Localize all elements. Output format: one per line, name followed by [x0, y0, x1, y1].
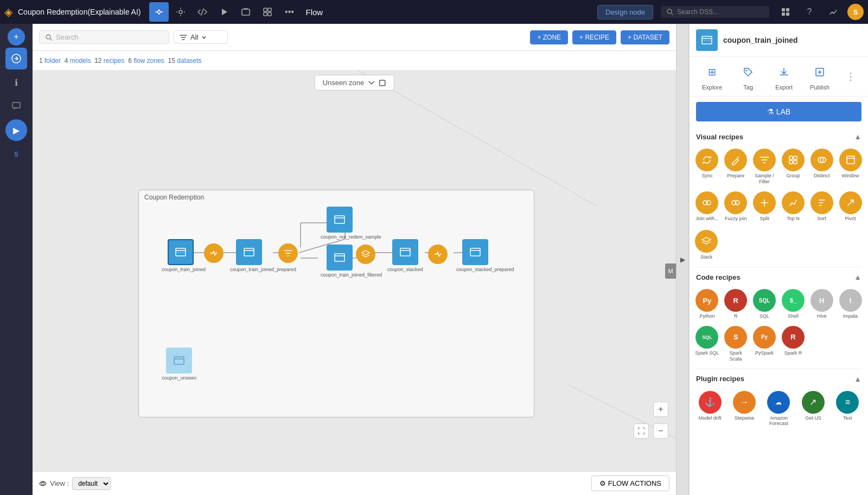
- code-recipe-r[interactable]: R R: [723, 287, 749, 322]
- right-panel-dataset-icon: [696, 29, 718, 51]
- recipe-node-stack[interactable]: [356, 245, 375, 264]
- sidebar-info-button[interactable]: ℹ: [5, 72, 27, 93]
- dataset-node-coupon-stacked[interactable]: coupon_stacked: [387, 239, 423, 272]
- recipe-prepare[interactable]: Prepare: [723, 146, 749, 187]
- filter-value: All: [190, 33, 198, 41]
- code-recipe-python[interactable]: Py Python: [694, 287, 720, 322]
- code-recipe-sql[interactable]: SQL SQL: [751, 287, 778, 322]
- plugin-text[interactable]: ≡ Text: [832, 389, 864, 429]
- design-node-button[interactable]: Design node: [597, 5, 653, 20]
- nav-settings-icon[interactable]: [171, 2, 190, 22]
- top-n-icon: [782, 191, 805, 214]
- recipe-fuzzy-join[interactable]: Fuzzy join: [723, 189, 749, 224]
- add-zone-button[interactable]: + ZONE: [530, 30, 568, 44]
- flow-search-box[interactable]: Search: [39, 30, 169, 44]
- analytics-icon[interactable]: [824, 2, 843, 22]
- recipe-stack[interactable]: Stack: [694, 228, 719, 262]
- grid-icon[interactable]: [776, 2, 795, 22]
- recipe-node-1[interactable]: [204, 243, 224, 263]
- code-recipe-spark-r[interactable]: R Spark R: [780, 324, 806, 364]
- prepare-icon: [724, 149, 747, 171]
- stats-row: 1 folder 4 models 12 recipes 6 flow zone…: [33, 51, 676, 70]
- code-recipe-hive[interactable]: H Hive: [808, 287, 835, 322]
- zoom-in-button[interactable]: +: [653, 402, 668, 417]
- recipe-sample-filter[interactable]: Sample / Filter: [751, 146, 778, 187]
- dataset-node-coupon-unseen[interactable]: coupon_unseen: [162, 348, 196, 381]
- nav-jobs-icon[interactable]: [236, 2, 256, 22]
- code-recipes-collapse[interactable]: ▲: [854, 273, 861, 281]
- add-recipe-button[interactable]: + RECIPE: [572, 30, 616, 44]
- zoom-out-button[interactable]: −: [653, 423, 668, 439]
- action-publish[interactable]: Publish: [810, 62, 829, 91]
- panel-nav-arrow[interactable]: ▶: [676, 24, 689, 495]
- plugin-stepwise[interactable]: → Stepwise: [728, 389, 760, 429]
- svg-rect-3: [268, 8, 271, 11]
- svg-point-6: [667, 9, 672, 14]
- sidebar-flow-button[interactable]: [5, 48, 27, 69]
- plugin-recipes-section: Plugin recipes ▲: [690, 369, 868, 387]
- code-recipe-spark-sql[interactable]: SQL Spark SQL: [694, 324, 720, 364]
- nav-dashboard-icon[interactable]: [258, 2, 277, 22]
- recipe-window[interactable]: Window: [837, 146, 864, 187]
- recipe-node-prepare-2[interactable]: [428, 245, 448, 264]
- recipe-join[interactable]: Join with...: [694, 189, 720, 224]
- visual-recipes-collapse[interactable]: ▲: [854, 132, 861, 141]
- flow-actions-button[interactable]: ⚙ FLOW ACTIONS: [591, 475, 669, 491]
- project-title: Coupon Redemption(Explainable AI): [18, 8, 141, 16]
- right-panel-dataset-name: coupon_train_joined: [723, 36, 798, 44]
- svg-rect-4: [264, 12, 267, 16]
- dataset-node-coupon-train-filtered[interactable]: coupon_train_joined_filtered: [321, 245, 359, 278]
- more-actions-button[interactable]: ⋮: [846, 70, 856, 82]
- svg-point-38: [746, 70, 748, 72]
- group-icon: [782, 149, 805, 171]
- view-select[interactable]: View : default: [39, 477, 111, 490]
- plugin-recipes-collapse[interactable]: ▲: [854, 375, 861, 383]
- recipe-pivot[interactable]: Pivot: [837, 189, 864, 224]
- view-dropdown[interactable]: default: [72, 477, 111, 490]
- stack-icon: [695, 230, 718, 253]
- dataset-node-coupon-not-redem[interactable]: coupon_not_redem_sample: [321, 207, 359, 240]
- code-recipe-impala[interactable]: I Impala: [837, 287, 864, 322]
- sql-icon: SQL: [753, 289, 776, 312]
- action-export[interactable]: Export: [774, 62, 794, 91]
- nav-more-icon[interactable]: •••: [279, 2, 299, 22]
- dataset-node-coupon-train-joined-prepared[interactable]: coupon_train_joined_prepared: [230, 239, 268, 272]
- nav-run-icon[interactable]: [214, 2, 234, 22]
- recipe-top-n[interactable]: Top N: [780, 189, 806, 224]
- nav-flow-icon[interactable]: [149, 2, 169, 22]
- dataset-node-coupon-stacked-prepared[interactable]: coupon_stacked_prepared: [456, 239, 494, 272]
- zoom-controls: +: [653, 402, 668, 417]
- spark-scala-icon: S: [724, 326, 747, 349]
- m-side-badge[interactable]: M: [665, 263, 676, 279]
- lab-button[interactable]: ⚗ LAB: [696, 102, 861, 121]
- sidebar-comment-button[interactable]: [5, 95, 27, 117]
- top-search-box[interactable]: Search DSS...: [661, 6, 769, 18]
- recipe-split[interactable]: Split: [751, 189, 778, 224]
- recipe-distinct[interactable]: Distinct: [808, 146, 835, 187]
- plugin-get-us[interactable]: ↗ Get US: [797, 389, 829, 429]
- help-icon[interactable]: ?: [800, 2, 819, 22]
- flow-area: Search All + ZONE + RECIPE + DATASET 1 f…: [33, 24, 676, 495]
- dataset-node-coupon-train-joined[interactable]: coupon_train_joined: [162, 239, 200, 272]
- plugin-model-drift[interactable]: ⚓ Model drift: [694, 389, 726, 429]
- action-tag[interactable]: Tag: [738, 62, 758, 91]
- plugin-amazon[interactable]: ☁ Amazon Forecast: [763, 389, 795, 429]
- code-recipe-spark-scala[interactable]: S Spark Scala: [723, 324, 749, 364]
- recipe-group[interactable]: Group: [780, 146, 806, 187]
- recipe-node-filter-1[interactable]: [278, 243, 298, 263]
- action-explore[interactable]: ⊞ Explore: [702, 62, 722, 91]
- shell-icon: $_: [782, 289, 805, 312]
- code-recipe-pyspark[interactable]: Py PySpark: [751, 324, 778, 364]
- nav-code-icon[interactable]: [193, 2, 212, 22]
- svg-rect-10: [786, 12, 789, 16]
- recipe-sort[interactable]: Sort: [808, 189, 835, 224]
- sidebar-add-button[interactable]: +: [8, 28, 25, 46]
- sidebar-nav-arrow[interactable]: ▶: [5, 119, 27, 141]
- avatar[interactable]: S: [847, 4, 864, 20]
- code-recipe-shell[interactable]: $_ Shell: [780, 287, 806, 322]
- fullscreen-button[interactable]: ⛶: [634, 423, 649, 439]
- unseen-zone-label[interactable]: Unseen zone: [315, 75, 394, 91]
- add-dataset-button[interactable]: + DATASET: [621, 30, 669, 44]
- flow-filter[interactable]: All: [174, 30, 228, 44]
- recipe-sync[interactable]: Sync: [694, 146, 720, 187]
